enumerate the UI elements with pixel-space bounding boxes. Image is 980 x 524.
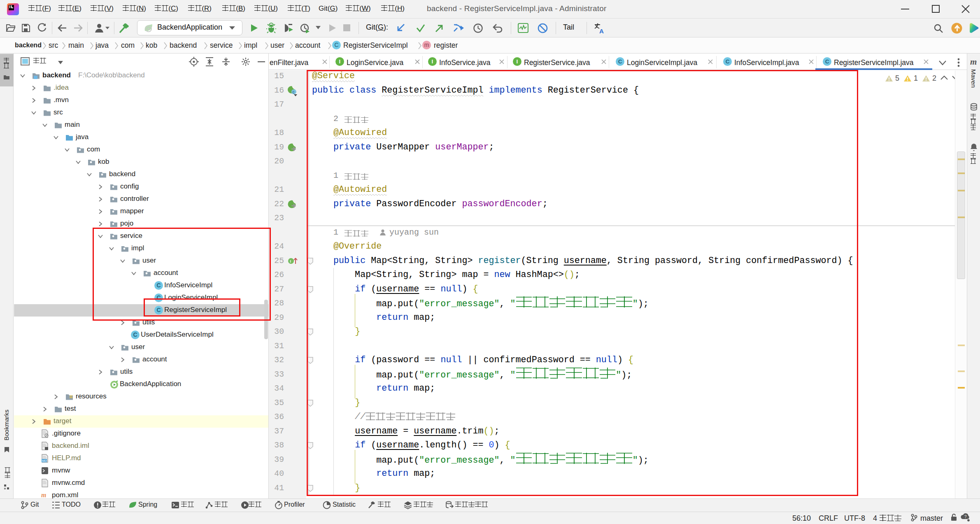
- svg-text:I: I: [290, 259, 291, 263]
- svg-text:m: m: [41, 491, 46, 498]
- svg-text:?: ?: [964, 515, 967, 519]
- svg-text:c: c: [293, 90, 295, 94]
- svg-text:A: A: [599, 28, 604, 34]
- svg-text:MD: MD: [42, 459, 47, 462]
